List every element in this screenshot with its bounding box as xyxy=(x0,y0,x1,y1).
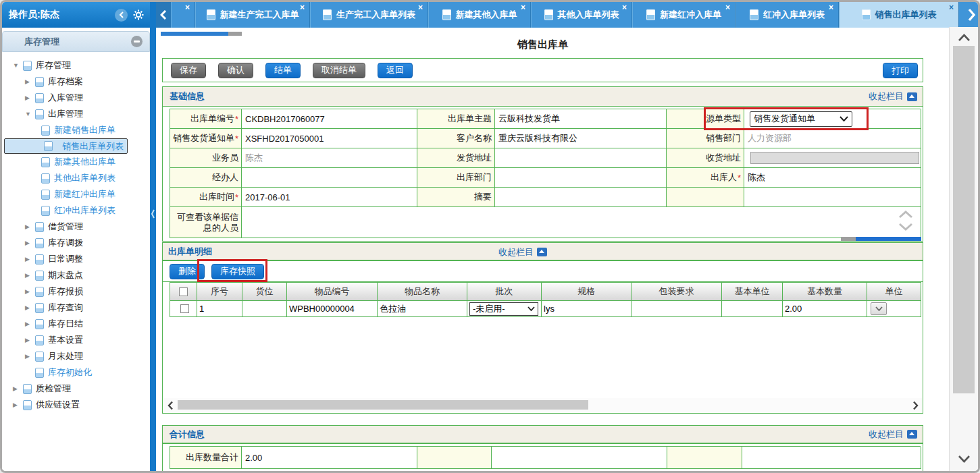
sidebar-item-qc-mgmt[interactable]: ▶质检管理 xyxy=(2,381,150,397)
panel-collapse-icon[interactable] xyxy=(131,36,143,47)
collapsed-arrow-icon[interactable]: ▶ xyxy=(25,288,35,295)
chevron-up-icon[interactable] xyxy=(898,210,914,219)
out-person-value[interactable]: 陈杰 xyxy=(744,168,921,188)
tab-close-icon[interactable]: × xyxy=(622,3,627,11)
ship-addr-value[interactable] xyxy=(495,148,667,168)
tab-new-production-inbound[interactable]: 新建生产完工入库单 × xyxy=(195,2,310,28)
tab-close-icon[interactable]: × xyxy=(949,3,954,11)
scroll-down-icon[interactable] xyxy=(958,455,971,463)
collapse-icon[interactable] xyxy=(907,92,917,101)
collapsed-arrow-icon[interactable]: ▶ xyxy=(25,337,35,343)
handler-value[interactable] xyxy=(242,168,417,188)
detail-collapse-link[interactable]: 收起栏目 xyxy=(498,243,547,261)
summary-value[interactable] xyxy=(495,188,667,207)
tab-scroll-left-button[interactable] xyxy=(156,2,171,28)
scroll-right-icon[interactable] xyxy=(908,401,922,410)
sidebar-item-other-outbound-list[interactable]: 其他出库单列表 xyxy=(2,170,150,186)
collapse-icon[interactable] xyxy=(537,248,547,256)
sidebar-item-stock-init[interactable]: 库存初始化 xyxy=(2,364,150,381)
close-order-button[interactable]: 结单 xyxy=(265,63,301,78)
tab-close-icon[interactable]: × xyxy=(521,3,525,11)
tab-scroll-right-button[interactable] xyxy=(967,8,976,22)
delete-button[interactable]: 删除 xyxy=(170,264,205,279)
basic-info-collapse-link[interactable]: 收起栏目 xyxy=(869,90,917,103)
select-all-checkbox[interactable] xyxy=(179,287,188,296)
print-button[interactable]: 打印 xyxy=(883,63,918,78)
summary-collapse-link[interactable]: 收起栏目 xyxy=(869,428,917,441)
tab-sales-outbound-list[interactable]: 销售出库单列表 × xyxy=(839,2,959,28)
sidebar-item-stock-query[interactable]: ▶库存查询 xyxy=(2,300,150,316)
sidebar-item-supply-chain-settings[interactable]: ▶供应链设置 xyxy=(2,397,150,413)
row-checkbox[interactable] xyxy=(180,304,189,313)
expanded-arrow-icon[interactable]: ▼ xyxy=(25,111,35,117)
collapsed-arrow-icon[interactable]: ▶ xyxy=(13,401,23,408)
viewers-value[interactable] xyxy=(242,207,921,238)
collapsed-arrow-icon[interactable]: ▶ xyxy=(25,353,35,360)
scrollbar-thumb[interactable] xyxy=(953,46,975,393)
gear-icon[interactable] xyxy=(132,9,145,22)
sidebar-panel-header[interactable]: 库存管理 xyxy=(2,31,150,52)
sidebar-item-inventory-archive[interactable]: ▶库存档案 xyxy=(2,74,150,90)
vertical-scrollbar[interactable] xyxy=(949,27,978,471)
stock-snapshot-button[interactable]: 库存快照 xyxy=(211,264,264,279)
collapsed-arrow-icon[interactable]: ▶ xyxy=(25,256,35,262)
sidebar-item-daily-close[interactable]: ▶库存日结 xyxy=(2,316,150,332)
splitter-collapse-icon[interactable] xyxy=(151,208,155,220)
sidebar-item-daily-adjust[interactable]: ▶日常调整 xyxy=(2,251,150,267)
packing-cell[interactable] xyxy=(631,301,722,317)
scroll-up-icon[interactable] xyxy=(958,34,971,42)
collapsed-arrow-icon[interactable]: ▶ xyxy=(13,385,23,392)
sidebar-item-inventory-mgmt[interactable]: ▼库存管理 xyxy=(2,57,150,74)
unit-dropdown-button[interactable] xyxy=(871,302,887,315)
tab-close-icon[interactable]: × xyxy=(300,3,305,11)
sidebar-item-new-reversal-outbound[interactable]: 新建红冲出库单 xyxy=(2,186,150,202)
sidebar-item-inbound-mgmt[interactable]: ▶入库管理 xyxy=(2,90,150,106)
order-no-value[interactable]: CKDBH2017060077 xyxy=(242,109,417,129)
sidebar-splitter[interactable] xyxy=(150,2,156,471)
out-dept-value[interactable] xyxy=(495,168,667,188)
row-select-cell[interactable] xyxy=(170,301,197,317)
save-button[interactable]: 保存 xyxy=(171,63,206,78)
collapsed-arrow-icon[interactable]: ▶ xyxy=(25,78,35,85)
tab-new-reversal-inbound[interactable]: 新建红冲入库单 × xyxy=(632,2,736,28)
customer-value[interactable]: 重庆云版科技有限公 xyxy=(495,129,667,148)
collapsed-arrow-icon[interactable]: ▶ xyxy=(25,304,35,311)
select-all-header[interactable] xyxy=(170,282,197,301)
expanded-arrow-icon[interactable]: ▼ xyxy=(13,62,23,69)
collapsed-arrow-icon[interactable]: ▶ xyxy=(25,94,35,101)
tab-partial[interactable]: × xyxy=(171,2,195,28)
subject-value[interactable]: 云版科技发货单 xyxy=(495,109,667,129)
collapse-back-icon[interactable] xyxy=(115,9,128,22)
tab-new-other-inbound[interactable]: 新建其他入库单 × xyxy=(428,2,531,28)
sidebar-item-new-other-outbound[interactable]: 新建其他出库单 xyxy=(2,154,150,170)
chevron-down-icon[interactable] xyxy=(898,223,914,231)
notice-no-value[interactable]: XSFHD2017050001 xyxy=(242,129,417,148)
location-cell[interactable] xyxy=(242,301,287,317)
sidebar-item-basic-settings[interactable]: ▶基本设置 xyxy=(2,332,150,348)
cancel-close-order-button[interactable]: 取消结单 xyxy=(313,63,365,78)
tab-close-icon[interactable]: × xyxy=(829,3,833,11)
scrollbar-thumb[interactable] xyxy=(178,400,588,410)
tab-production-inbound-list[interactable]: 生产完工入库单列表 × xyxy=(310,2,428,28)
back-button[interactable]: 返回 xyxy=(378,63,413,78)
sidebar-item-outbound-mgmt[interactable]: ▼出库管理 xyxy=(2,106,150,122)
tab-close-icon[interactable]: × xyxy=(418,3,423,11)
sidebar-item-stock-transfer[interactable]: ▶库存调拨 xyxy=(2,235,150,251)
sidebar-item-stock-loss[interactable]: ▶库存报损 xyxy=(2,283,150,300)
sidebar-item-period-count[interactable]: ▶期末盘点 xyxy=(2,267,150,283)
sidebar-item-reversal-outbound-list[interactable]: 红冲出库单列表 xyxy=(2,202,150,219)
scroll-left-icon[interactable] xyxy=(163,401,177,410)
collapsed-arrow-icon[interactable]: ▶ xyxy=(25,240,35,246)
sidebar-item-month-end[interactable]: ▶月末处理 xyxy=(2,348,150,364)
batch-select[interactable]: -未启用- xyxy=(469,302,538,316)
sidebar-item-new-sales-outbound[interactable]: 新建销售出库单 xyxy=(2,122,150,138)
sidebar-item-sales-outbound-list[interactable]: 销售出库单列表 xyxy=(4,138,128,154)
collapsed-arrow-icon[interactable]: ▶ xyxy=(25,321,35,327)
tab-reversal-inbound-list[interactable]: 红冲入库单列表 × xyxy=(736,2,839,28)
collapse-icon[interactable] xyxy=(907,430,917,439)
collapsed-arrow-icon[interactable]: ▶ xyxy=(25,223,35,230)
sidebar-item-borrow-mgmt[interactable]: ▶借货管理 xyxy=(2,219,150,235)
tab-close-icon[interactable]: × xyxy=(185,3,190,11)
out-time-value[interactable]: 2017-06-01 xyxy=(242,188,417,207)
tab-close-icon[interactable]: × xyxy=(725,3,730,11)
